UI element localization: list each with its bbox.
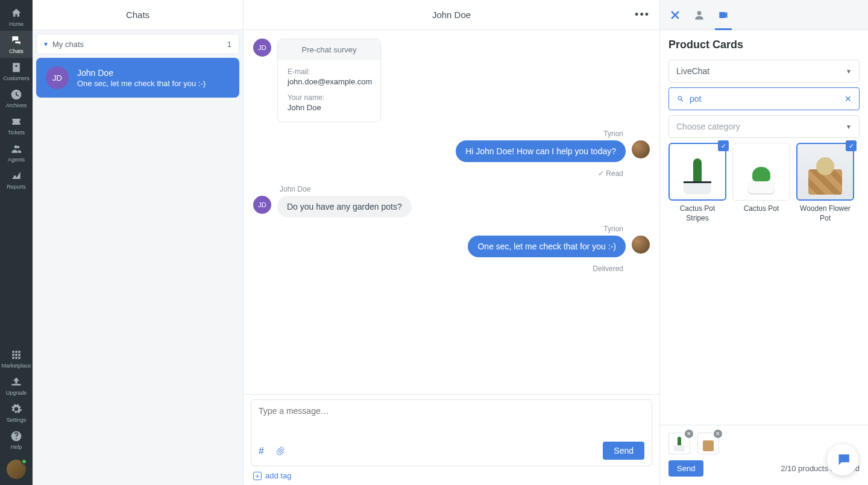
agent-message-row: Hi John Doe! How can I help you today? [253,140,650,162]
nav-archives-label: Archives [6,102,27,108]
selected-product-thumb[interactable]: ✕ [668,433,690,454]
close-panel-icon[interactable] [668,8,682,22]
nav-upgrade-label: Upgrade [6,390,27,396]
more-icon[interactable]: ••• [635,8,650,21]
conversation-body: JD Pre-chat survey E-mail: john.doe@exam… [244,30,659,394]
search-icon [676,95,685,103]
agent-message-bubble-2: One sec, let me check that for you :-) [468,236,626,257]
chat-list-title: Chats [33,0,243,30]
conversation-header: John Doe ••• [244,0,659,30]
visitor-avatar-small: JD [253,39,271,57]
product-thumb [732,143,790,201]
nav-marketplace[interactable]: Marketplace [0,345,33,372]
product-search-input[interactable] [690,94,844,104]
product-thumb [796,143,854,201]
nav-help[interactable]: Help [0,427,33,454]
compose-area: # Send + add tag [244,394,659,485]
survey-title: Pre-chat survey [278,39,380,60]
product-card[interactable]: ✓ Cactus Pot Stripes [668,143,726,223]
survey-email-value: john.doe@example.com [288,77,371,86]
chat-list-column: Chats ▾ My chats 1 JD John Doe One sec, … [33,0,244,485]
conversation-column: John Doe ••• JD Pre-chat survey E-mail: … [244,0,659,485]
nav-chats-label: Chats [9,48,24,54]
nav-marketplace-label: Marketplace [1,363,31,369]
plus-icon: + [253,472,262,480]
send-button[interactable]: Send [603,442,644,460]
agent-avatar [632,140,650,158]
visitor-name-meta: John Doe [280,185,650,193]
delivered-status: Delivered [253,264,623,273]
nav-help-label: Help [11,444,22,450]
add-tag-button[interactable]: + add tag [251,466,652,485]
read-status: ✓ Read [253,169,623,178]
survey-name-label: Your name: [288,93,371,102]
survey-name-value: John Doe [288,103,371,112]
message-input[interactable] [259,406,644,436]
remove-icon[interactable]: ✕ [714,430,722,438]
visitor-message-row: JD Do you have any garden pots? [253,196,650,217]
floating-chat-widget[interactable] [827,444,858,475]
attachment-icon[interactable] [275,446,285,455]
chat-item-preview: One sec, let me check that for you :-) [77,79,206,88]
check-icon: ✓ [846,140,857,151]
status-dot-online [21,458,27,465]
tab-customer-details[interactable] [693,8,706,22]
panel-title: Product Cards [668,39,860,51]
agent-message-row-2: One sec, let me check that for you :-) [253,236,650,257]
tab-product-cards[interactable] [717,8,730,22]
store-select[interactable]: LiveChat ▼ [668,60,860,83]
nav-profile-avatar[interactable] [7,460,26,479]
my-chats-section[interactable]: ▾ My chats 1 [36,34,239,54]
product-grid: ✓ Cactus Pot Stripes Cactus Pot ✓ Wooden… [668,143,860,223]
nav-home-label: Home [9,21,24,27]
category-placeholder: Choose category [676,122,740,131]
nav-agents-label: Agents [8,157,25,163]
visitor-avatar: JD [46,66,69,89]
product-name: Cactus Pot Stripes [668,204,726,223]
agent-name-meta-2: Tyrion [253,225,623,233]
nav-settings[interactable]: Settings [0,399,33,427]
product-name: Wooden Flower Pot [796,204,854,223]
remove-icon[interactable]: ✕ [685,430,693,438]
check-icon: ✓ [718,140,729,151]
agent-message-bubble: Hi John Doe! How can I help you today? [456,140,626,162]
agent-avatar-2 [632,236,650,254]
nav-customers[interactable]: Customers [0,58,33,85]
category-select[interactable]: Choose category ▼ [668,115,860,138]
chevron-down-icon: ▼ [846,68,852,75]
nav-reports-label: Reports [7,184,26,190]
my-chats-count: 1 [227,40,231,49]
prechat-survey-card: Pre-chat survey E-mail: john.doe@example… [277,39,381,122]
nav-tickets[interactable]: Tickets [0,112,33,139]
chat-list-item[interactable]: JD John Doe One sec, let me check that f… [36,58,239,98]
product-card[interactable]: ✓ Wooden Flower Pot [796,143,854,223]
chevron-down-icon: ▼ [846,124,852,130]
nav-home[interactable]: Home [0,4,33,31]
chevron-down-icon: ▾ [44,40,48,48]
product-name: Cactus Pot [732,204,790,214]
product-thumb [668,143,726,201]
nav-customers-label: Customers [3,75,30,81]
nav-settings-label: Settings [7,417,27,423]
send-products-button[interactable]: Send [668,460,703,477]
hash-icon[interactable]: # [259,446,268,455]
my-chats-label: My chats [52,40,84,49]
agent-name-meta: Tyrion [253,130,623,138]
product-search-input-wrap: ✕ [668,87,860,110]
nav-archives[interactable]: Archives [0,85,33,112]
panel-tabs [660,0,868,30]
chat-item-name: John Doe [77,68,206,78]
nav-agents[interactable]: Agents [0,139,33,166]
selected-product-thumb[interactable]: ✕ [697,433,719,454]
store-select-value: LiveChat [676,66,709,76]
clear-search-icon[interactable]: ✕ [844,94,852,104]
product-cards-panel: Product Cards LiveChat ▼ ✕ Choose catego… [659,0,868,485]
nav-chats[interactable]: Chats [0,31,33,58]
nav-reports[interactable]: Reports [0,166,33,193]
visitor-message-bubble: Do you have any garden pots? [277,196,412,217]
nav-upgrade[interactable]: Upgrade [0,372,33,399]
product-card[interactable]: Cactus Pot [732,143,790,223]
compose-box: # Send [251,399,652,466]
nav-rail: Home Chats Customers Archives Tickets Ag… [0,0,33,485]
nav-tickets-label: Tickets [8,130,25,136]
